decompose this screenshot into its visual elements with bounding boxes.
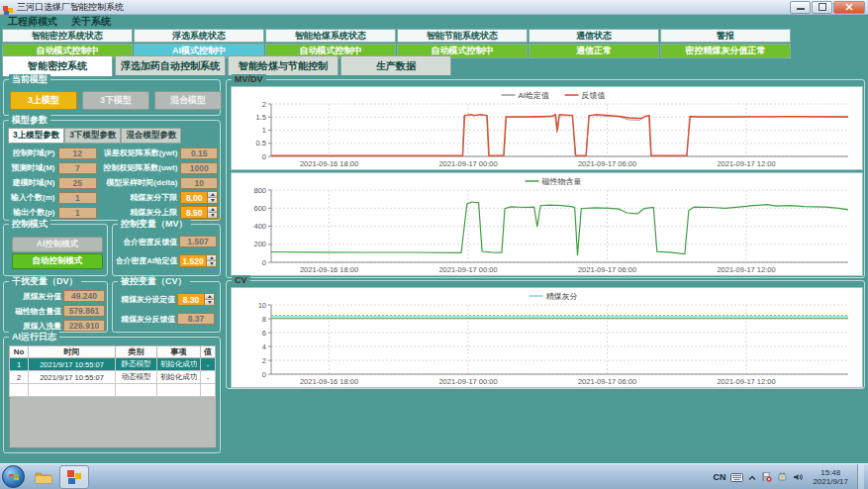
safely-remove-icon[interactable] (777, 468, 788, 486)
menu-engineer-mode[interactable]: 工程师模式 (8, 15, 57, 29)
raw-coal-feed-field: 226.910 (63, 320, 105, 332)
log-row-2[interactable]: 22021/9/17 10:55:07 动态模型初始化成功 - (10, 371, 216, 384)
action-center-flag-icon[interactable] (761, 468, 772, 486)
group-cv: 被控变量（CV） 精煤灰分设定值 8.30 精煤灰分反馈值 8.37 (112, 281, 221, 333)
svg-text:800: 800 (253, 186, 266, 195)
svg-text:2021-09-17 00:00: 2021-09-17 00:00 (438, 159, 497, 168)
density-trend-chart: 00.511.522021-09-16 18:002021-09-17 00:0… (231, 86, 863, 170)
svg-text:2021-09-17 06:00: 2021-09-17 06:00 (578, 265, 636, 274)
spinner-buttons[interactable] (204, 294, 214, 305)
tab-coalfeed-energy[interactable]: 智能给煤与节能控制 (228, 55, 338, 75)
svg-text:2021-09-17 06:00: 2021-09-17 06:00 (578, 377, 636, 386)
model-button-3down[interactable]: 3下模型 (82, 91, 149, 110)
svg-text:反馈值: 反馈值 (582, 91, 606, 100)
param-tab-3down[interactable]: 3下模型参数 (64, 128, 121, 144)
status-col-flotation: 浮选系统状态 AI模式控制中 (134, 29, 264, 58)
param-tab-mixed[interactable]: 混合模型参数 (121, 128, 181, 144)
show-desktop-button[interactable] (857, 464, 864, 489)
svg-text:10: 10 (258, 301, 266, 310)
screen: 三河口选煤厂智能控制系统 工程师模式 关于系统 智能密控系统状态 自动模式控制中… (0, 0, 868, 489)
clock-date: 2021/9/17 (813, 477, 848, 486)
log-col-no: No (10, 346, 29, 358)
status-col-energy: 智能节能系统状态 自动模式控制中 (397, 29, 528, 58)
svg-text:2021-09-16 18:00: 2021-09-16 18:00 (300, 159, 358, 168)
group-title: CV (232, 275, 250, 286)
magnetic-content-field: 579.861 (63, 305, 105, 317)
field-label: 原煤灰分值 (6, 291, 61, 302)
status-header: 智能节能系统状态 (397, 29, 528, 43)
field-label: 精煤灰分下限 (101, 192, 177, 203)
raw-coal-ash-field: 49.240 (63, 290, 105, 302)
svg-text:2: 2 (262, 356, 266, 365)
density-ai-setpoint-stepper[interactable]: 1.520 (179, 254, 217, 267)
group-title: AI运行日志 (9, 332, 59, 342)
svg-text:磁性物含量: 磁性物含量 (541, 177, 582, 186)
log-col-value: 值 (201, 346, 216, 358)
control-app-taskbar-button[interactable] (59, 465, 89, 489)
field-label: 磁性物含量值 (6, 306, 61, 317)
param-tab-bar: 3上模型参数 3下模型参数 混合模型参数 (8, 128, 181, 144)
status-header: 智能给煤系统状态 (265, 29, 396, 43)
svg-text:2021-09-17 00:00: 2021-09-17 00:00 (438, 265, 497, 274)
tab-flotation-dosing[interactable]: 浮选加药自动控制系统 (115, 55, 226, 75)
volume-icon[interactable] (793, 468, 804, 486)
spinner-buttons[interactable] (207, 207, 217, 218)
close-button[interactable] (833, 1, 865, 14)
model-button-mixed[interactable]: 混合模型 (154, 91, 222, 110)
group-current-model: 当前模型 3上模型 3下模型 混合模型 (3, 79, 221, 116)
svg-text:0: 0 (262, 258, 266, 267)
menu-about-system[interactable]: 关于系统 (71, 15, 111, 29)
predict-horizon-field: 7 (58, 162, 98, 174)
input-language-indicator[interactable]: CN (713, 472, 725, 482)
group-title: 控制变量（MV） (118, 219, 191, 230)
keyboard-icon[interactable] (730, 468, 743, 486)
svg-text:400: 400 (253, 222, 266, 231)
window-titlebar: 三河口选煤厂智能控制系统 (0, 0, 868, 15)
ash-upper-limit-stepper[interactable]: 8.50 (180, 206, 218, 219)
ash-trend-chart: 02468102021-09-16 18:002021-09-17 00:002… (231, 287, 863, 388)
status-header: 警报 (660, 29, 791, 43)
input-count-field: 1 (58, 192, 98, 204)
tab-production-data[interactable]: 生产数据 (340, 55, 451, 75)
group-mv-dv-trends: MV/DV 00.511.522021-09-16 18:002021-09-1… (226, 79, 865, 278)
log-row-1[interactable]: 12021/9/17 10:55:07 静态模型初始化成功 - (10, 358, 216, 371)
auto-control-mode-button[interactable]: 自动控制模式 (12, 253, 103, 269)
spinner-buttons[interactable] (206, 255, 216, 266)
status-col-comm: 通信状态 通信正常 (529, 29, 659, 58)
maximize-button[interactable] (812, 1, 832, 14)
minimize-button[interactable] (790, 1, 811, 14)
system-status-grid: 智能密控系统状态 自动模式控制中 浮选系统状态 AI模式控制中 智能给煤系统状态… (2, 29, 791, 58)
svg-text:2021-09-17 12:00: 2021-09-17 12:00 (717, 159, 775, 168)
field-label: 建模时域(N) (8, 177, 55, 188)
magnetic-content-trend-chart: 02004006008002021-09-16 18:002021-09-17 … (231, 172, 863, 276)
start-button[interactable] (2, 465, 25, 488)
group-mv: 控制变量（MV） 合介密度反馈值 1.507 合介密度AI给定值 1.520 (112, 224, 221, 276)
tab-micontrol-system[interactable]: 智能密控系统 (2, 55, 113, 76)
status-col-alarm: 警报 密控精煤灰分值正常 (660, 29, 791, 58)
field-label: 输入个数(m) (8, 192, 55, 203)
svg-text:2021-09-16 18:00: 2021-09-16 18:00 (300, 377, 358, 386)
main-tab-bar: 智能密控系统 浮选加药自动控制系统 智能给煤与节能控制 生产数据 (2, 55, 451, 75)
svg-text:0.5: 0.5 (256, 139, 266, 147)
group-ai-log: AI运行日志 No 时间 类别 事项 值 12021/9/17 10:55:07… (3, 337, 221, 453)
spinner-buttons[interactable] (207, 192, 217, 203)
field-label: 误差权矩阵系数(ywt) (101, 147, 177, 158)
system-tray: CN 15:48 2021/9/17 (713, 464, 868, 489)
explorer-taskbar-button[interactable] (29, 465, 58, 489)
log-col-event: 事项 (157, 346, 201, 358)
ash-feedback-field: 8.37 (177, 313, 215, 325)
ash-setpoint-stepper[interactable]: 8.30 (177, 293, 215, 306)
ai-control-mode-button[interactable]: AI控制模式 (12, 237, 103, 252)
svg-text:8: 8 (262, 315, 266, 324)
group-control-mode: 控制模式 AI控制模式 自动控制模式 (3, 224, 108, 276)
group-dv: 干扰变量（DV） 原煤灰分值 49.240 磁性物含量值 579.861 原煤入… (3, 281, 108, 333)
output-count-field: 1 (58, 207, 98, 219)
field-label: 精煤灰分上限 (101, 207, 177, 218)
param-tab-3up[interactable]: 3上模型参数 (8, 128, 64, 144)
show-hidden-icons-icon[interactable] (748, 468, 756, 486)
status-col-coalfeed: 智能给煤系统状态 自动模式控制中 (265, 29, 396, 58)
taskbar-clock[interactable]: 15:48 2021/9/17 (809, 468, 852, 486)
ash-lower-limit-stepper[interactable]: 8.00 (180, 191, 218, 204)
window-title: 三河口选煤厂智能控制系统 (17, 2, 124, 12)
model-button-3up[interactable]: 3上模型 (10, 91, 77, 110)
